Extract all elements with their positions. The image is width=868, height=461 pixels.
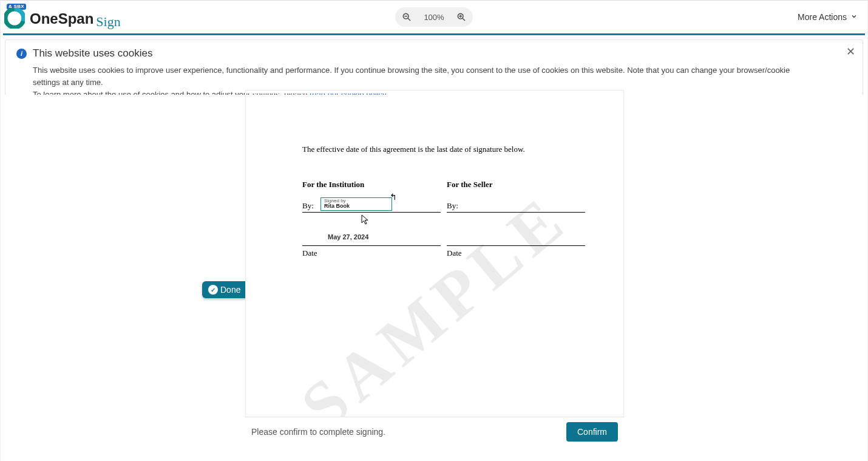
zoom-in-icon[interactable]	[455, 10, 468, 24]
seller-column: For the Seller By: Date	[447, 180, 585, 258]
by-label: By:	[302, 201, 314, 212]
seller-date-label: Date	[447, 248, 585, 258]
brand-name: OneSpan	[30, 10, 93, 27]
check-circle-icon: ✓	[208, 285, 218, 295]
header-divider	[3, 33, 865, 35]
svg-line-5	[463, 18, 465, 21]
document-content: The effective date of this agreement is …	[302, 145, 587, 258]
svg-line-2	[408, 18, 410, 21]
signer-name: Rita Book	[324, 203, 388, 209]
institution-signature-line[interactable]: By: Signed by Rita Book ↰	[302, 197, 441, 213]
effective-date-text: The effective date of this agreement is …	[302, 145, 587, 154]
close-icon[interactable]: ✕	[846, 46, 855, 57]
zoom-control: 100%	[395, 7, 473, 27]
signature-box[interactable]: Signed by Rita Book	[320, 197, 392, 211]
institution-column: For the Institution By: Signed by Rita B…	[302, 180, 441, 258]
brand-sign: Sign	[96, 14, 120, 30]
seller-heading: For the Seller	[447, 180, 585, 190]
seller-signature-line[interactable]: By:	[447, 197, 585, 213]
confirm-message: Please confirm to complete signing.	[251, 427, 385, 437]
confirm-button[interactable]: Confirm	[566, 422, 618, 442]
brand-logo: & SBX OneSpan Sign	[4, 4, 121, 30]
confirm-bar: Please confirm to complete signing. Conf…	[245, 417, 624, 446]
document-page: SAMPLE The effective date of this agreem…	[245, 95, 624, 446]
by-label: By:	[447, 201, 458, 212]
done-indicator[interactable]: ✓ Done	[202, 281, 248, 298]
signature-anchor-icon: ↰	[390, 192, 397, 202]
previous-page-edge	[245, 90, 624, 94]
institution-heading: For the Institution	[302, 180, 441, 190]
more-actions-label: More Actions	[798, 12, 847, 22]
onespan-logo-mark	[4, 8, 25, 29]
document-stage: ✓ Done SAMPLE The effective date of this…	[1, 95, 867, 446]
app-header: & SBX OneSpan Sign 100% More Actions	[1, 1, 867, 33]
cookie-text-1: This website uses cookies to improve use…	[33, 66, 790, 87]
cursor-icon	[361, 214, 370, 228]
chevron-down-icon	[850, 12, 858, 22]
institution-date-label: Date	[302, 248, 441, 258]
zoom-out-icon[interactable]	[400, 10, 413, 24]
more-actions-menu[interactable]: More Actions	[798, 12, 858, 22]
zoom-value: 100%	[422, 13, 446, 22]
seller-date-line	[447, 245, 585, 246]
institution-date-line	[302, 245, 441, 246]
info-icon: i	[16, 49, 27, 59]
seller-date-value	[472, 233, 585, 242]
institution-date-value: May 27, 2024	[328, 233, 441, 242]
cookie-title: This website uses cookies	[33, 47, 152, 60]
done-label: Done	[220, 285, 240, 295]
